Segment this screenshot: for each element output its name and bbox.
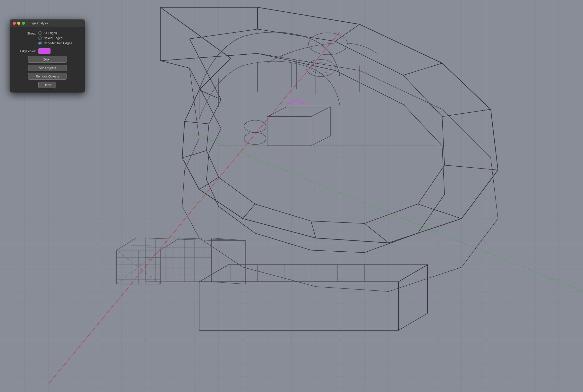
remove-objects-btn-row: Remove Objects [14,73,81,80]
svg-line-45 [403,63,442,75]
add-objects-button[interactable]: Add Objects [28,64,67,71]
edge-color-swatch[interactable] [38,48,50,54]
show-row: Show: All Edges Naked Edges Non-Manifold… [14,31,81,45]
show-label: Show: [14,31,36,35]
scene-svg [0,0,583,392]
svg-marker-56 [160,54,444,252]
svg-point-70 [311,63,330,73]
done-button[interactable]: Done [38,82,56,88]
zoom-btn-row: Zoom [14,56,81,63]
svg-marker-68 [311,107,330,146]
svg-line-51 [243,204,255,218]
radio-circle-naked-edges[interactable] [38,36,42,40]
minimize-button[interactable] [17,22,20,25]
svg-line-49 [364,224,389,243]
radio-naked-edges[interactable]: Naked Edges [38,36,72,40]
svg-marker-41 [190,29,444,224]
svg-marker-95 [211,238,245,284]
svg-rect-106 [199,282,398,330]
show-radio-group: All Edges Naked Edges Non-Manifold Edges [38,31,72,45]
radio-circle-all-edges[interactable] [38,31,42,35]
panel-body: Show: All Edges Naked Edges Non-Manifold… [10,27,85,92]
radio-label-naked-edges: Naked Edges [44,36,62,40]
radio-all-edges[interactable]: All Edges [38,31,72,35]
maximize-button[interactable] [22,22,25,25]
radio-non-manifold-edges[interactable]: Non-Manifold Edges [38,41,72,45]
svg-line-92 [116,238,136,250]
svg-point-71 [244,120,266,132]
radio-label-non-manifold: Non-Manifold Edges [44,41,72,45]
svg-line-46 [442,109,491,116]
radio-label-all-edges: All Edges [44,31,57,35]
svg-marker-40 [160,7,498,243]
add-objects-btn-row: Add Objects [14,64,81,71]
zoom-button[interactable]: Zoom [28,56,67,63]
done-btn-row: Done [14,82,81,88]
svg-line-55 [199,90,221,100]
svg-rect-94 [146,238,211,282]
viewport[interactable] [0,0,583,392]
svg-line-52 [199,177,218,190]
close-button[interactable] [13,22,16,25]
svg-line-48 [418,204,462,218]
svg-line-117 [296,100,306,104]
edge-color-row: Edge color: [14,48,81,54]
svg-marker-57 [160,54,498,292]
svg-line-47 [444,165,498,170]
svg-line-50 [311,221,316,238]
panel-titlebar: Edge Analysis [10,20,85,27]
remove-objects-button[interactable]: Remove Objects [28,73,67,80]
radio-circle-non-manifold[interactable] [38,42,42,45]
svg-marker-90 [116,238,180,250]
panel-title: Edge Analysis [28,21,48,25]
edge-analysis-panel: Edge Analysis Show: All Edges Naked Edge… [10,20,85,92]
edge-color-label: Edge color: [14,49,36,53]
svg-rect-66 [267,116,311,146]
svg-marker-107 [199,265,428,282]
